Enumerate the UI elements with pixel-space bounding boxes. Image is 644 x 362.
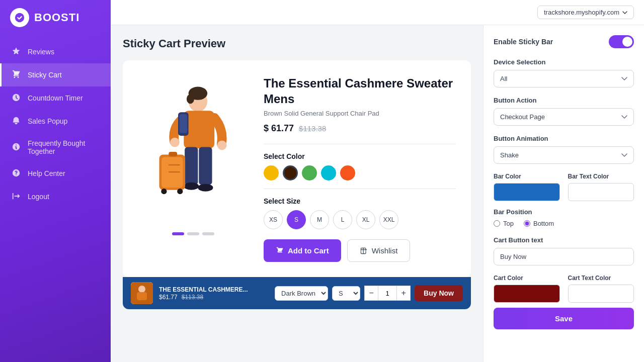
cart-text-color-label: Cart Text Color <box>568 275 634 282</box>
save-button[interactable]: Save <box>494 308 634 329</box>
product-image <box>143 75 244 226</box>
svg-rect-10 <box>199 147 212 185</box>
svg-point-21 <box>138 286 145 293</box>
product-details: The Essential Cashmere Sweater Mens Brow… <box>264 75 456 262</box>
sidebar-item-label: Reviews <box>28 48 54 56</box>
sidebar-item-label: Countdown Timer <box>28 94 83 102</box>
wishlist-label: Wishlist <box>372 246 398 255</box>
color-swatch-green[interactable] <box>302 165 317 180</box>
svg-rect-8 <box>180 114 187 133</box>
page-title: Sticky Cart Preview <box>123 37 471 50</box>
svg-point-3 <box>187 95 194 104</box>
position-bottom-option[interactable]: Bottom <box>524 220 554 227</box>
preview-section: Sticky Cart Preview <box>111 25 483 362</box>
qty-decrease-button[interactable]: − <box>364 286 378 301</box>
dot-2 <box>187 232 199 235</box>
size-xs[interactable]: XS <box>264 210 283 229</box>
bar-color-label: Bar Color <box>494 173 560 180</box>
sidebar-item-label: Help Center <box>28 169 65 177</box>
bar-color-group: Bar Color <box>494 173 560 201</box>
divider-2 <box>264 189 456 189</box>
sidebar-item-label: Frequently Bought Together <box>28 139 101 155</box>
button-animation-select[interactable]: Shake Pulse Bounce None <box>494 146 634 164</box>
bar-position-radio-group: Top Bottom <box>494 220 634 227</box>
sticky-color-select[interactable]: Dark Brown Yellow Green <box>275 286 328 301</box>
price-original: $113.38 <box>299 124 326 133</box>
color-swatch-dark-brown[interactable] <box>283 165 298 180</box>
button-animation-label: Button Animation <box>494 135 634 142</box>
quantity-controls: − + <box>364 286 411 301</box>
settings-panel: Enable Sticky Bar Device Selection All D… <box>483 25 644 362</box>
sticky-size-select[interactable]: S XS M L <box>332 286 360 301</box>
info-icon <box>12 142 22 152</box>
color-label: Select Color <box>264 152 456 160</box>
store-selector[interactable]: trackshore.myshopify.com <box>537 6 634 19</box>
chevron-down-icon <box>622 11 627 14</box>
cart-color-label: Cart Color <box>494 275 560 282</box>
size-xxl[interactable]: XXL <box>379 210 398 229</box>
sticky-product-price: $61.77 $113.38 <box>159 294 248 301</box>
position-top-option[interactable]: Top <box>494 220 514 227</box>
size-l[interactable]: L <box>333 210 352 229</box>
device-selection-group: Device Selection All Desktop Mobile <box>494 58 634 87</box>
sidebar-item-sales-popup[interactable]: Sales Popup <box>0 110 111 133</box>
enable-sticky-bar-row: Enable Sticky Bar <box>494 35 634 48</box>
sticky-product-image <box>131 282 153 304</box>
svg-point-16 <box>161 189 167 194</box>
bar-color-picker[interactable] <box>494 183 560 201</box>
logout-icon <box>12 192 22 202</box>
sticky-buy-button[interactable]: Buy Now <box>415 285 463 301</box>
add-to-cart-label: Add to Cart <box>288 246 329 255</box>
cart-button-text-input[interactable] <box>494 248 634 265</box>
star-icon <box>12 47 22 57</box>
sidebar-item-logout[interactable]: Logout <box>0 185 111 208</box>
button-action-group: Button Action Checkout Page Cart Page Op… <box>494 97 634 126</box>
position-bottom-label: Bottom <box>533 220 554 227</box>
sticky-controls: Dark Brown Yellow Green S XS M L − + <box>275 285 463 301</box>
bell-icon <box>12 116 22 126</box>
bar-text-color-label: Bar Text Color <box>568 173 634 180</box>
bar-position-group: Bar Position Top Bottom <box>494 208 634 227</box>
logo-text: BOOSTI <box>34 11 79 24</box>
cart-button-text-label: Cart Button text <box>494 236 634 244</box>
bar-text-color-picker[interactable] <box>568 183 634 201</box>
sidebar-item-sticky-cart[interactable]: Sticky Cart <box>0 63 111 86</box>
product-subtitle: Brown Solid General Support Chair Pad <box>264 110 456 117</box>
cart-text-color-picker[interactable] <box>568 285 634 303</box>
sticky-product-info: THE ESSENTIAL CASHMERE... $61.77 $113.38 <box>159 286 248 300</box>
button-action-select[interactable]: Checkout Page Cart Page Open Cart Drawer <box>494 108 634 126</box>
device-selection-label: Device Selection <box>494 58 634 66</box>
logo-icon <box>10 8 29 27</box>
svg-rect-22 <box>137 292 147 300</box>
action-buttons: Add to Cart Wishlist <box>264 239 456 262</box>
wishlist-button[interactable]: Wishlist <box>347 239 411 262</box>
device-selection-select[interactable]: All Desktop Mobile <box>494 70 634 87</box>
price-current: $ 61.77 <box>264 123 294 134</box>
sidebar-item-countdown[interactable]: Countdown Timer <box>0 86 111 110</box>
sidebar: BOOSTI Reviews Sticky Cart <box>0 0 111 362</box>
button-animation-group: Button Animation Shake Pulse Bounce None <box>494 135 634 164</box>
size-xl[interactable]: XL <box>356 210 375 229</box>
cart-color-row: Cart Color Cart Text Color <box>494 275 634 303</box>
clock-icon <box>12 93 22 103</box>
size-m[interactable]: M <box>310 210 329 229</box>
size-label: Select Size <box>264 197 456 205</box>
position-top-radio[interactable] <box>494 220 500 227</box>
qty-increase-button[interactable]: + <box>396 286 411 301</box>
sidebar-item-help[interactable]: Help Center <box>0 162 111 185</box>
color-swatch-cyan[interactable] <box>321 165 336 180</box>
color-swatch-orange[interactable] <box>340 165 355 180</box>
svg-point-6 <box>217 140 227 150</box>
sidebar-item-label: Logout <box>28 193 49 201</box>
cart-color-picker[interactable] <box>494 285 560 303</box>
enable-sticky-bar-toggle[interactable] <box>609 35 634 48</box>
sidebar-item-reviews[interactable]: Reviews <box>0 40 111 63</box>
add-to-cart-button[interactable]: Add to Cart <box>264 239 341 262</box>
color-swatch-yellow[interactable] <box>264 165 279 180</box>
sidebar-item-frequently-bought[interactable]: Frequently Bought Together <box>0 133 111 162</box>
position-bottom-radio[interactable] <box>524 220 530 227</box>
toggle-slider <box>609 35 634 48</box>
size-s[interactable]: S <box>287 210 306 229</box>
content-area: Sticky Cart Preview <box>111 25 644 362</box>
quantity-input[interactable] <box>378 286 396 301</box>
